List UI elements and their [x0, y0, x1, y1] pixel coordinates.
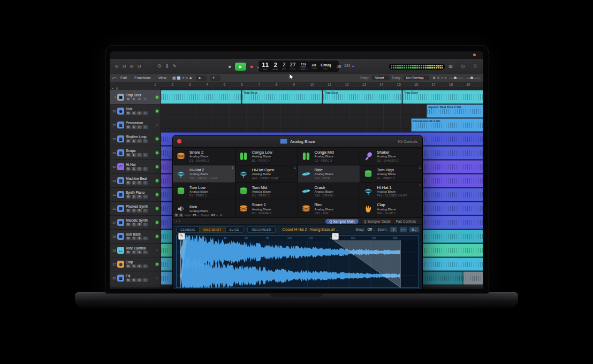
track-button-s[interactable]: S [132, 264, 136, 268]
track-power-dot[interactable] [156, 277, 158, 279]
note-pads-icon[interactable]: ▥ [447, 59, 454, 74]
track-row[interactable]: 29▥SnapsMSRI [110, 146, 161, 160]
track-power-dot[interactable] [156, 207, 158, 210]
track-button-i[interactable]: I [143, 111, 148, 115]
track-row[interactable]: 33▤Plucked SynthMSRI [110, 202, 161, 216]
arrange-region[interactable]: Trap Door [242, 90, 322, 104]
piano-roll-icon[interactable]: ▤ [177, 76, 181, 80]
fade-in-pencil-handle[interactable]: ✎ [178, 233, 185, 240]
track-power-dot[interactable] [156, 235, 158, 238]
pad-input-value[interactable]: C1 ⌄ [193, 214, 200, 217]
arrange-region[interactable]: Trap Door [323, 90, 402, 104]
arrange-region[interactable]: Aquatic Beat Kick.2 GG [427, 104, 483, 118]
stop-button[interactable]: ■ [229, 64, 231, 69]
tab-q-sampler-detail[interactable]: Q-Sampler Detail [364, 219, 391, 223]
track-button-m[interactable]: M [126, 264, 131, 268]
track-button-s[interactable]: S [132, 153, 136, 157]
drum-pad[interactable]: CrashAnalog BlazeC#2 - CRASH [298, 183, 360, 200]
kit-controls-label[interactable]: Kit Controls [398, 140, 417, 143]
track-button-r[interactable]: R [137, 97, 142, 101]
track-button-r[interactable]: R [137, 237, 142, 240]
track-button-r[interactable]: R [137, 223, 142, 226]
track-button-i[interactable]: I [143, 264, 148, 268]
next-bank-icon[interactable]: › [179, 219, 181, 223]
menu-functions[interactable]: Functions ⌄ [134, 76, 154, 80]
track-button-s[interactable]: S [132, 223, 136, 226]
track-button-r[interactable]: R [137, 278, 142, 282]
drum-pad[interactable]: Hi-Hat 2Analog BlazeG#1 - PEDAL HIHAT1 [173, 165, 235, 183]
track-button-s[interactable]: S [132, 278, 136, 282]
drummer-icon[interactable]: ♟ [189, 76, 192, 80]
track-button-s[interactable]: S [132, 97, 136, 101]
track-button-m[interactable]: M [126, 181, 131, 185]
track-button-r[interactable]: R [137, 111, 142, 115]
track-row[interactable]: 36◡Ride CymbalMSRI [110, 244, 161, 257]
track-button-i[interactable]: I [143, 209, 148, 213]
arrange-region[interactable] [161, 90, 241, 104]
drum-pad[interactable]: Tom HighAnalog BlazeA1 - PERC 31 [360, 165, 422, 183]
vertical-zoom-icon[interactable]: ⇕ [437, 76, 440, 80]
automation-icon[interactable]: ↗ [181, 76, 185, 80]
track-button-m[interactable]: M [126, 223, 131, 226]
track-row[interactable]: 38▥FillMSRI [110, 271, 161, 285]
track-power-dot[interactable] [156, 263, 158, 266]
tab-pad-controls[interactable]: Pad Controls [396, 219, 416, 223]
catch-playhead-icon[interactable]: ❋ [432, 76, 436, 80]
track-button-s[interactable]: S [132, 251, 136, 254]
secondary-tool-button[interactable]: ✛ ⌄ [210, 75, 221, 81]
note-display-icon[interactable]: ▤ [336, 59, 343, 74]
back-icon[interactable]: ⤺ [110, 75, 118, 81]
play-button[interactable]: ▶ [235, 63, 246, 71]
mode-slice[interactable]: SLICE [225, 227, 244, 232]
track-button-m[interactable]: M [126, 237, 131, 240]
list-editors-icon[interactable]: ≣ [435, 59, 442, 74]
drum-pad[interactable]: Hi-Hat OpenAnalog BlazeA#1 - OPEN HIHAT1 [235, 165, 298, 183]
track-power-dot[interactable] [156, 96, 158, 98]
track-button-r[interactable]: R [137, 139, 142, 143]
track-row[interactable]: 35▤Sub BassMSRI [110, 230, 161, 244]
grid-view-icon[interactable]: ▦ [172, 76, 176, 80]
track-button-s[interactable]: S [132, 139, 136, 143]
editors-icon[interactable]: ✎ [171, 59, 178, 74]
track-button-i[interactable]: I [143, 195, 148, 199]
track-power-dot[interactable] [156, 151, 158, 154]
record-button[interactable]: ● [250, 63, 254, 70]
sample-snap-select[interactable]: Off ⌄ [367, 228, 375, 231]
track-button-i[interactable]: I [143, 97, 148, 101]
drum-pad[interactable]: Tom MidAnalog BlazeG1 - PERC 2 [235, 183, 298, 200]
recorder-button[interactable]: RECORDER [247, 226, 276, 233]
mode-one-shot[interactable]: ONE SHOT [199, 227, 225, 232]
drum-pad[interactable]: KickAnalog BlazeMSInput:C1 ⌄Output:8.0 ⌄… [173, 200, 235, 217]
track-button-s[interactable]: S [132, 181, 136, 185]
track-button-i[interactable]: I [143, 139, 148, 143]
track-button-s[interactable]: S [132, 209, 136, 213]
horizontal-zoom-icon[interactable]: ⟷ [441, 76, 446, 80]
drum-pad[interactable]: ShakerAnalog BlazeD2 - SHAKER 2 [360, 148, 422, 165]
drum-pad[interactable]: Tom LowAnalog BlazeF1 - PERC 1 [173, 183, 235, 200]
drum-pad[interactable]: Snare 2Analog BlazeE1 - SNARE 2 [173, 148, 235, 165]
track-power-dot[interactable] [156, 221, 158, 224]
track-button-i[interactable]: I [143, 251, 148, 254]
gear-icon[interactable]: ⚙⌄ [409, 227, 419, 232]
horizontal-waveform-zoom-icon[interactable]: ⟷ [400, 227, 407, 232]
track-row[interactable]: 1▦Trap DoorMSRI [110, 90, 161, 104]
track-button-r[interactable]: R [137, 181, 142, 185]
mixer-icon[interactable]: ⫼ [163, 59, 171, 74]
track-button-i[interactable]: I [143, 153, 148, 157]
track-button-i[interactable]: I [143, 181, 148, 185]
loop-browser-icon[interactable]: ◷ [459, 59, 467, 74]
marquee-icon[interactable]: ⌗ [186, 76, 188, 80]
track-row[interactable]: 26◉KickMSRI [110, 104, 161, 118]
track-row[interactable]: 34▤Melodic SynthMSRI [110, 216, 161, 230]
track-row[interactable]: 37◍ClapMSRI [110, 257, 161, 271]
vertical-waveform-zoom-icon[interactable]: ⇕ [390, 227, 397, 232]
pointer-tool-button[interactable]: ➤ ⌄ [196, 75, 207, 81]
track-row[interactable]: 32▤Synth PianoMSRI [110, 188, 161, 202]
track-button-r[interactable]: R [137, 264, 142, 268]
pad-solo-button[interactable]: S [179, 214, 183, 217]
track-power-dot[interactable] [156, 124, 158, 126]
track-button-s[interactable]: S [132, 167, 136, 171]
arrange-region[interactable]: Percussion 01.2 GG [411, 118, 483, 132]
drum-pad[interactable]: ClapAnalog BlazeD#1 - CLAP 1 [360, 200, 422, 217]
fade-out-handle[interactable]: ⟍ [332, 233, 339, 240]
